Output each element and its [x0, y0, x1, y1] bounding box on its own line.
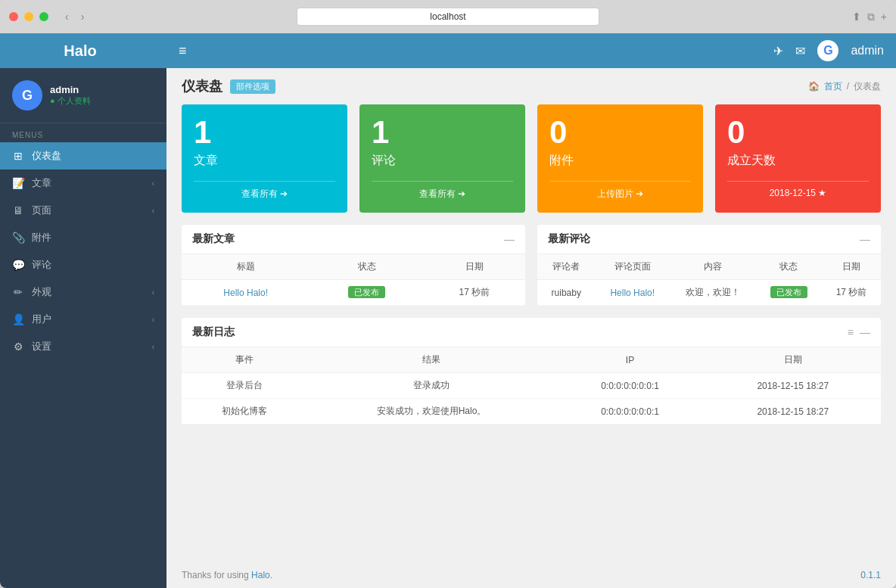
col-page: 评论页面 — [596, 254, 670, 280]
sidebar-label-articles: 文章 — [32, 176, 145, 190]
stat-action-attachments[interactable]: 上传图片 ➔ — [549, 181, 691, 201]
status-badge: 已发布 — [348, 286, 385, 298]
comments-table: 评论者 评论页面 内容 状态 日期 ruibaby He — [537, 254, 881, 306]
avatar: G — [12, 80, 42, 110]
widget-options-btn[interactable]: 部件选项 — [230, 79, 275, 94]
comment-author: ruibaby — [537, 280, 596, 306]
table-row: Hello Halo! 已发布 17 秒前 — [182, 280, 525, 306]
comment-page-link[interactable]: Hello Halo! — [610, 288, 655, 298]
panel-title-comments: 最新评论 — [548, 232, 590, 246]
sidebar-label-pages: 页面 — [32, 204, 145, 217]
log-row: 初始化博客 安装成功，欢迎使用Halo。 0:0:0:0:0:0:0:1 201… — [182, 399, 881, 425]
stat-label-attachments: 附件 — [549, 153, 691, 169]
panel-actions-comments[interactable]: — — [860, 233, 870, 245]
send-icon[interactable]: ✈ — [773, 44, 783, 58]
arrow-icon-pages: ‹ — [152, 207, 154, 215]
panels-row: 最新文章 — 标题 状态 日期 — [166, 225, 896, 318]
sidebar-label-dashboard: 仪表盘 — [32, 149, 154, 163]
address-bar[interactable]: localhost — [297, 8, 599, 26]
panel-title-logs: 最新日志 — [192, 325, 235, 339]
stat-action-comments[interactable]: 查看所有 ➔ — [372, 181, 513, 201]
add-tab-icon[interactable]: + — [881, 11, 887, 23]
log-event: 初始化博客 — [182, 399, 308, 425]
app-wrapper: Halo ≡ ✈ ✉ G admin G admin ● 个人资料 — [0, 33, 896, 588]
breadcrumb-home[interactable]: 首页 — [824, 80, 842, 93]
article-status: 已发布 — [310, 280, 423, 306]
browser-nav: ‹ › — [61, 9, 89, 24]
log-ip: 0:0:0:0:0:0:0:1 — [555, 399, 705, 425]
log-date: 2018-12-15 18:27 — [705, 373, 881, 399]
stat-number-articles: 1 — [194, 117, 335, 148]
back-btn[interactable]: ‹ — [61, 9, 73, 24]
forward-btn[interactable]: › — [76, 9, 89, 24]
sidebar-item-users[interactable]: 👤 用户 ‹ — [0, 306, 166, 333]
settings-icon: ⚙ — [12, 341, 24, 353]
mail-icon[interactable]: ✉ — [795, 44, 805, 58]
sidebar-item-dashboard[interactable]: ⊞ 仪表盘 — [0, 142, 166, 170]
articles-table: 标题 状态 日期 Hello Halo! 已发布 17 秒前 — [182, 254, 525, 306]
log-event: 登录后台 — [182, 373, 308, 399]
sidebar-label-settings: 设置 — [32, 340, 145, 353]
sidebar-label-appearance: 外观 — [32, 285, 145, 299]
log-date: 2018-12-15 18:27 — [705, 399, 881, 425]
google-avatar[interactable]: G — [817, 40, 838, 61]
footer-before: Thanks for using — [182, 570, 251, 580]
minus-icon[interactable]: — — [860, 326, 870, 338]
profile-link[interactable]: ● 个人资料 — [50, 95, 91, 107]
stat-card-comments: 1 评论 查看所有 ➔ — [359, 104, 525, 213]
col-event: 事件 — [182, 347, 308, 373]
col-content: 内容 — [670, 254, 756, 280]
home-icon: 🏠 — [808, 81, 820, 92]
minimize-btn[interactable] — [24, 12, 33, 21]
comment-content: 欢迎，欢迎！ — [670, 280, 756, 306]
article-date: 17 秒前 — [424, 280, 525, 306]
panel-header-logs: 最新日志 ≡ — — [182, 318, 881, 347]
content-header: 仪表盘 部件选项 🏠 首页 / 仪表盘 — [166, 68, 896, 104]
page-title: 仪表盘 — [182, 77, 222, 95]
share-icon[interactable]: ⬆ — [852, 11, 861, 23]
app-footer: Thanks for using Halo. 0.1.1 — [166, 562, 896, 588]
new-tab-icon[interactable]: ⧉ — [867, 11, 875, 23]
logs-section: 最新日志 ≡ — 事件 结果 IP — [166, 318, 896, 437]
stat-number-comments: 1 — [372, 117, 513, 148]
arrow-icon-settings: ‹ — [152, 343, 154, 351]
menu-toggle-button[interactable]: ≡ — [179, 43, 187, 59]
list-icon[interactable]: ≡ — [848, 326, 854, 338]
maximize-btn[interactable] — [39, 12, 48, 21]
profile-info: admin ● 个人资料 — [50, 84, 91, 107]
stat-action-articles[interactable]: 查看所有 ➔ — [194, 181, 335, 201]
logs-panel: 最新日志 ≡ — 事件 结果 IP — [182, 318, 881, 425]
sidebar-item-pages[interactable]: 🖥 页面 ‹ — [0, 197, 166, 224]
sidebar-item-attachments[interactable]: 📎 附件 — [0, 224, 166, 251]
col-author: 评论者 — [537, 254, 596, 280]
main-content: 仪表盘 部件选项 🏠 首页 / 仪表盘 1 文章 查看所有 ➔ — [166, 68, 896, 588]
panel-actions-logs: ≡ — — [848, 326, 870, 338]
col-date: 日期 — [424, 254, 525, 280]
footer-link[interactable]: Halo — [251, 570, 270, 580]
sidebar-item-settings[interactable]: ⚙ 设置 ‹ — [0, 333, 166, 360]
close-btn[interactable] — [9, 12, 18, 21]
sidebar-label-attachments: 附件 — [32, 231, 154, 244]
sidebar-item-appearance[interactable]: ✏ 外观 ‹ — [0, 278, 166, 306]
comment-status: 已发布 — [756, 280, 822, 306]
article-link[interactable]: Hello Halo! — [223, 288, 268, 298]
app-header: Halo ≡ ✈ ✉ G admin — [0, 33, 896, 68]
attachments-icon: 📎 — [12, 232, 24, 244]
app-logo: Halo — [12, 42, 148, 60]
url-text: localhost — [430, 11, 465, 22]
latest-comments-panel: 最新评论 — 评论者 评论页面 内容 状态 日期 — [537, 225, 881, 306]
col-title: 标题 — [182, 254, 310, 280]
panel-actions-articles[interactable]: — — [504, 233, 515, 245]
comment-date: 17 秒前 — [822, 280, 881, 306]
browser-actions: ⬆ ⧉ + — [852, 11, 887, 23]
breadcrumb-current: 仪表盘 — [854, 80, 881, 93]
log-ip: 0:0:0:0:0:0:0:1 — [555, 373, 705, 399]
articles-icon: 📝 — [12, 177, 24, 189]
sidebar: G admin ● 个人资料 MENUS ⊞ 仪表盘 📝 文章 ‹ — [0, 68, 166, 588]
arrow-icon: ‹ — [152, 179, 154, 188]
main-layout: G admin ● 个人资料 MENUS ⊞ 仪表盘 📝 文章 ‹ — [0, 68, 896, 588]
sidebar-item-comments[interactable]: 💬 评论 — [0, 251, 166, 278]
footer-version: 0.1.1 — [860, 570, 881, 580]
sidebar-item-articles[interactable]: 📝 文章 ‹ — [0, 170, 166, 197]
table-row: ruibaby Hello Halo! 欢迎，欢迎！ 已发布 17 秒前 — [537, 280, 881, 306]
